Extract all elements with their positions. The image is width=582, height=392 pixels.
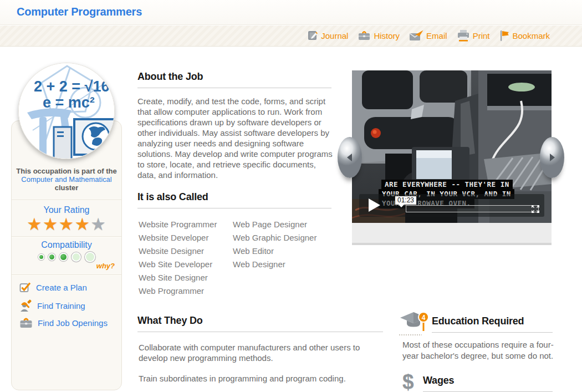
also-called-heading: It is also Called bbox=[137, 191, 331, 208]
badge-equation-1: 2 + 2 = √16 bbox=[34, 78, 109, 95]
arrow-right-icon bbox=[545, 151, 559, 164]
divider bbox=[12, 236, 121, 237]
star-5[interactable]: ★ bbox=[90, 215, 106, 234]
checkbox-icon bbox=[19, 282, 31, 293]
compatibility-dot-4 bbox=[72, 252, 81, 262]
toolbar-bookmark[interactable]: Bookmark bbox=[499, 29, 550, 42]
toolbar-print[interactable]: Print bbox=[457, 29, 490, 42]
cluster-badge: 2 + 2 = √16 e = mc² bbox=[18, 63, 115, 159]
why-link[interactable]: why? bbox=[96, 262, 115, 270]
bookmark-icon bbox=[499, 29, 509, 42]
history-icon bbox=[358, 30, 371, 41]
compatibility-dot-2 bbox=[48, 253, 55, 261]
action-label: Find Training bbox=[37, 301, 85, 310]
compatibility-dot-3 bbox=[59, 253, 68, 261]
toolbar: Journal History Email bbox=[307, 29, 550, 42]
cluster-text: This occupation is part of the Computer … bbox=[12, 167, 121, 192]
cluster-suffix: cluster bbox=[12, 184, 121, 192]
compatibility-dot-1 bbox=[38, 254, 44, 260]
compatibility-label: Compatibility bbox=[12, 240, 121, 250]
badge-equation-2: e = mc² bbox=[43, 94, 95, 111]
star-2[interactable]: ★ bbox=[43, 215, 59, 234]
education-heading: Education Required bbox=[432, 315, 553, 333]
email-icon bbox=[409, 30, 423, 41]
also-called-item: Web Editor bbox=[233, 245, 316, 258]
briefcase-icon bbox=[19, 317, 33, 328]
compatibility-dots bbox=[12, 252, 121, 262]
dollar-icon: $ bbox=[402, 370, 414, 392]
find-job-openings-link[interactable]: Find Job Openings bbox=[19, 317, 108, 328]
divider bbox=[12, 274, 121, 275]
star-1[interactable]: ★ bbox=[27, 215, 43, 234]
toolbar-journal[interactable]: Journal bbox=[307, 30, 348, 41]
also-called-item: Website Developer bbox=[139, 231, 217, 245]
toolbar-label: Bookmark bbox=[512, 31, 550, 40]
print-icon bbox=[457, 29, 470, 42]
what-they-do-paragraph-2: Train subordinates in programming and pr… bbox=[139, 373, 382, 384]
compatibility-dot-5 bbox=[85, 252, 95, 262]
action-label: Create a Plan bbox=[36, 283, 87, 292]
also-called-item: Web Site Developer bbox=[139, 258, 217, 271]
education-cap-icon: 4 bbox=[399, 310, 430, 340]
toolbar-label: History bbox=[374, 31, 400, 40]
also-called-item: Web Designer bbox=[233, 258, 316, 271]
video-caption-bar bbox=[352, 223, 552, 245]
toolbar-label: Print bbox=[473, 31, 490, 40]
video-control-bar: 01:23 bbox=[359, 194, 544, 217]
previous-video-button[interactable] bbox=[338, 137, 362, 178]
title-bar: Computer Programmers bbox=[0, 0, 582, 25]
journal-icon bbox=[307, 30, 318, 41]
about-body: Create, modify, and test the code, forms… bbox=[137, 96, 333, 180]
play-button[interactable] bbox=[369, 198, 380, 212]
education-body: Most of these occupations require a four… bbox=[402, 339, 564, 361]
occupation-page: Computer Programmers Journal History bbox=[0, 0, 582, 392]
divider bbox=[12, 200, 121, 200]
training-icon bbox=[19, 299, 32, 312]
education-level-badge: 4 bbox=[422, 314, 426, 322]
cluster-prefix: This occupation is part of the bbox=[12, 167, 121, 175]
what-they-do-paragraph-1: Collaborate with computer manufacturers … bbox=[139, 342, 382, 363]
find-training-link[interactable]: Find Training bbox=[19, 299, 85, 312]
star-3[interactable]: ★ bbox=[59, 215, 75, 234]
rating-label: Your Rating bbox=[12, 205, 121, 215]
page-title: Computer Programmers bbox=[17, 6, 142, 18]
occupation-sidebar: This occupation is part of the Computer … bbox=[11, 120, 122, 390]
also-called-item: Web Site Designer bbox=[139, 271, 217, 284]
video-player[interactable]: ARE EVERYWHERE -- THEY'RE IN YOUR CAR, I… bbox=[352, 70, 552, 223]
cluster-link[interactable]: Computer and Mathematical bbox=[21, 175, 111, 184]
also-called-column-2: Web Page Designer Web Graphic Designer W… bbox=[233, 218, 316, 271]
rating-stars[interactable]: ★★★★★ bbox=[12, 215, 121, 234]
wages-heading: Wages bbox=[423, 375, 553, 392]
next-video-button[interactable] bbox=[540, 137, 564, 178]
also-called-item: Website Programmer bbox=[139, 218, 217, 231]
seek-bar[interactable] bbox=[406, 205, 539, 212]
also-called-item: Website Designer bbox=[139, 245, 217, 258]
math-computer-illustration: 2 + 2 = √16 e = mc² bbox=[18, 63, 115, 159]
also-called-column-1: Website Programmer Website Developer Web… bbox=[139, 218, 217, 298]
toolbar-label: Email bbox=[426, 31, 447, 40]
also-called-item: Web Page Designer bbox=[233, 218, 316, 231]
also-called-item: Web Programmer bbox=[139, 284, 217, 298]
create-plan-link[interactable]: Create a Plan bbox=[19, 282, 87, 293]
toolbar-history[interactable]: History bbox=[358, 30, 400, 41]
toolbar-email[interactable]: Email bbox=[409, 30, 447, 41]
what-they-do-heading: What They Do bbox=[137, 315, 383, 332]
fullscreen-icon[interactable] bbox=[531, 205, 540, 213]
star-4[interactable]: ★ bbox=[74, 215, 90, 234]
arrow-left-icon bbox=[343, 151, 356, 164]
also-called-item: Web Graphic Designer bbox=[233, 231, 316, 245]
action-label: Find Job Openings bbox=[38, 318, 108, 328]
toolbar-label: Journal bbox=[321, 31, 348, 40]
about-heading: About the Job bbox=[137, 71, 331, 88]
time-tooltip: 01:23 bbox=[395, 196, 417, 205]
